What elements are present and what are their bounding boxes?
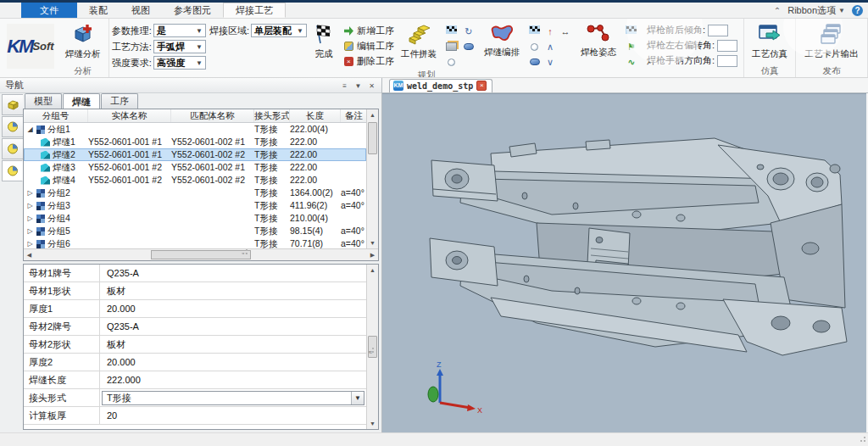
flag-tool-icon[interactable] [446, 25, 457, 37]
start-point-icon[interactable] [531, 43, 538, 51]
tree-expander-icon[interactable]: ◢ [26, 123, 34, 136]
weld-arrange-button[interactable]: 焊缝编排 [479, 20, 525, 59]
gun-pose-button[interactable]: 焊枪姿态 [576, 20, 621, 59]
op-button-1[interactable]: 编辑工序 [344, 40, 394, 53]
op-button-2[interactable]: ×删除工序 [344, 55, 394, 68]
rotate-icon[interactable]: ↻ [465, 27, 472, 36]
panel-close-icon[interactable]: ✕ [367, 81, 376, 90]
navigator-weld-button[interactable] [2, 160, 23, 181]
weld-point-icon[interactable] [448, 59, 455, 66]
ribbon-options-button[interactable]: Ribbon选项 ▼ [787, 4, 845, 17]
weld-region-select[interactable]: 单层装配 ▼ [251, 24, 307, 37]
cable-coil-icon[interactable]: ∿ [627, 58, 635, 67]
weld-bead-icon[interactable] [464, 43, 474, 50]
flag-tool-icon[interactable] [626, 25, 637, 37]
nav-tab-模型[interactable]: 模型 [25, 93, 62, 109]
scroll-down-icon[interactable]: ▼ [367, 418, 378, 429]
param-select[interactable]: 高强度▼ [153, 56, 206, 70]
scroll-up-icon[interactable]: ▲ [367, 265, 378, 276]
resize-grip[interactable] [858, 436, 866, 444]
weld-tree-table: 分组号实体名称匹配体名称接头形式长度备注 ◢分组1T形接222.00(4)焊缝1… [23, 109, 379, 261]
table-row[interactable]: ▷分组5T形接98.15(4)a=40° [24, 225, 366, 237]
table-row[interactable]: 焊缝3Y552-0601-001 #2Y552-0601-002 #1T形接22… [24, 161, 366, 174]
span-length-icon[interactable]: ↔ [560, 27, 570, 36]
angle-input[interactable] [717, 55, 737, 67]
property-value[interactable]: T形接▼ [100, 390, 366, 406]
scroll-left-icon[interactable]: ◀ [24, 249, 35, 260]
tab-参考图元[interactable]: 参考图元 [162, 3, 223, 18]
tree-expander-icon[interactable]: ▷ [26, 212, 34, 225]
table-row[interactable]: ▷分组4T形接210.00(4) [24, 212, 366, 225]
tree-expander-icon[interactable]: ▷ [26, 187, 34, 199]
molecule-icon [586, 23, 611, 45]
part-assembly-button[interactable]: 工件拼装 [396, 20, 442, 60]
tree-expander-icon[interactable]: ▷ [26, 199, 34, 212]
angle-input[interactable] [717, 40, 737, 52]
document-tab[interactable]: KM weld_demo_stp × [389, 79, 492, 92]
navigator-feature-button-2[interactable] [2, 138, 23, 159]
joint-type-select[interactable]: T形接▼ [102, 391, 364, 405]
cube-plus-icon [72, 23, 94, 47]
table-row[interactable]: ▷分组6T形接70.71(8)a=40° [24, 237, 366, 248]
table-row[interactable]: ◢分组1T形接222.00(4) [24, 123, 366, 136]
finish-button[interactable]: 完成 [307, 20, 341, 60]
nav-tab-焊缝[interactable]: 焊缝 [63, 93, 100, 109]
layer-stack-icon[interactable] [446, 42, 457, 51]
angle-input[interactable] [708, 25, 728, 36]
checkered-flag-icon [313, 23, 335, 47]
panel-float-icon[interactable]: ▼ [353, 81, 363, 90]
tree-header-长度[interactable]: 长度 [290, 109, 341, 122]
table-row[interactable]: 焊缝4Y552-0601-001 #2Y552-0601-002 #2T形接22… [24, 174, 366, 187]
weld-analysis-button[interactable]: 焊缝分析 [60, 20, 106, 60]
table-row[interactable]: ▷分组2T形接1364.00(2)a=40° [24, 187, 366, 199]
minimize-ribbon-icon[interactable]: ⌃ [774, 6, 781, 15]
tree-vertical-scrollbar[interactable]: ▲ ▼ [366, 109, 378, 248]
nav-tab-工序[interactable]: 工序 [101, 93, 138, 109]
flag-tool-icon[interactable] [529, 25, 540, 37]
arrow-up-icon[interactable]: ↑ [548, 27, 553, 36]
ribbon-options-label: Ribbon选项 [787, 4, 836, 17]
tree-expander-icon[interactable]: ▷ [26, 225, 34, 237]
navigator-solid-button[interactable] [2, 94, 23, 115]
tree-expander-icon[interactable]: ▷ [26, 237, 34, 248]
tab-焊接工艺[interactable]: 焊接工艺 [223, 3, 286, 18]
tree-horizontal-scrollbar[interactable]: ◀ ⋯ ▶ [24, 248, 378, 260]
ribbon: KM Soft 焊缝分析 分析 [0, 19, 868, 78]
property-row: 厚度220.000 [24, 354, 366, 371]
process-card-output-button[interactable]: 工艺卡片输出 [798, 20, 865, 60]
tree-header-实体名称[interactable]: 实体名称 [88, 109, 171, 122]
table-row[interactable]: ▷分组3T形接411.96(2)a=40° [24, 199, 366, 212]
3d-canvas[interactable]: Z X [382, 93, 866, 432]
row-joint: T形接 [254, 174, 290, 187]
tab-文件[interactable]: 文件 [21, 3, 77, 18]
move-up-icon[interactable]: ∧ [547, 42, 554, 52]
tab-装配[interactable]: 装配 [77, 3, 120, 18]
scroll-down-icon[interactable]: ▼ [367, 237, 378, 248]
scroll-right-icon[interactable]: ▶ [367, 249, 378, 260]
panel-pin-icon[interactable]: ≡ [340, 81, 349, 90]
tab-视图[interactable]: 视图 [120, 3, 162, 18]
dropdown-arrow-icon[interactable]: ▼ [351, 392, 364, 404]
help-button[interactable]: ? [852, 5, 863, 16]
process-simulation-label: 工艺仿真 [752, 48, 787, 60]
pin-icon[interactable]: ⚑ [627, 42, 636, 52]
property-vertical-scrollbar[interactable]: ▲ ≡ ▼ [366, 265, 378, 429]
scroll-up-icon[interactable]: ▲ [367, 109, 378, 120]
close-document-icon[interactable]: × [476, 81, 487, 91]
end-point-icon[interactable] [530, 59, 540, 65]
tree-header-备注[interactable]: 备注 [341, 109, 366, 122]
ribbon-group-analysis: 焊缝分析 分析 [58, 19, 109, 77]
process-simulation-button[interactable]: 工艺仿真 [747, 20, 793, 60]
navigator-feature-button-1[interactable] [2, 116, 23, 137]
tree-header-匹配体名称[interactable]: 匹配体名称 [171, 109, 254, 122]
tree-header-分组号[interactable]: 分组号 [24, 109, 88, 122]
param-select[interactable]: 是▼ [153, 24, 206, 37]
op-button-0[interactable]: 新增工序 [344, 25, 394, 37]
move-down-icon[interactable]: ∨ [547, 58, 554, 67]
param-row-2: 强度要求:高强度▼ [112, 56, 206, 70]
row-entity [88, 187, 171, 199]
param-select[interactable]: 手弧焊▼ [153, 40, 206, 53]
tree-header-接头形式[interactable]: 接头形式 [254, 109, 290, 122]
table-row[interactable]: 焊缝1Y552-0601-001 #1Y552-0601-002 #1T形接22… [24, 136, 366, 148]
table-row[interactable]: 焊缝2Y552-0601-001 #1Y552-0601-002 #2T形接22… [24, 148, 366, 161]
